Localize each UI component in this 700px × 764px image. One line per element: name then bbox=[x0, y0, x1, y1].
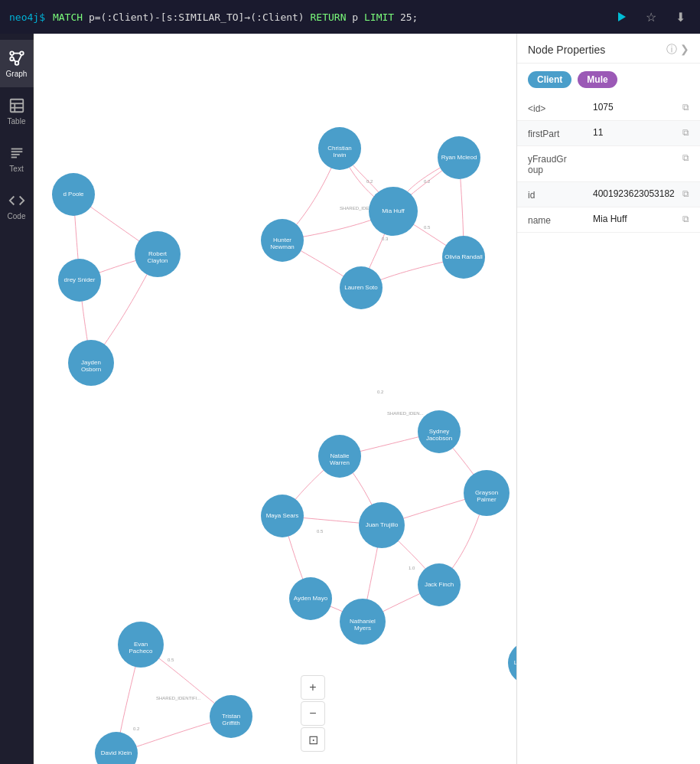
svg-point-20 bbox=[438, 136, 480, 179]
props-expand-icon[interactable]: ❯ bbox=[680, 43, 689, 57]
topbar: neo4j$ MATCH p=(:Client)-[s:SIMILAR_TO]→… bbox=[0, 0, 700, 34]
prop-row-firstpart: firstPart 11 ⧉ bbox=[517, 121, 700, 146]
sidebar-item-text[interactable]: Text bbox=[0, 135, 34, 182]
node-ryan-mcleod[interactable]: Ryan Mcleod bbox=[438, 136, 480, 179]
prop-key-numid: id bbox=[528, 188, 593, 201]
node-grayson-palmer[interactable]: Grayson Palmer bbox=[464, 470, 510, 516]
node-audrey-snider[interactable]: drey Snider bbox=[58, 259, 101, 302]
prop-val-firstpart: 11 bbox=[593, 127, 678, 138]
edge-label-12: 0.2 bbox=[133, 726, 140, 731]
copy-id-button[interactable]: ⧉ bbox=[682, 102, 689, 113]
sidebar-code-label: Code bbox=[8, 212, 26, 220]
edge-label-1: 0.2 bbox=[366, 179, 373, 184]
star-button[interactable]: ☆ bbox=[640, 6, 662, 28]
svg-point-17 bbox=[318, 127, 361, 170]
props-header: Node Properties ⓘ ❯ bbox=[517, 34, 700, 64]
prop-val-id: 1075 bbox=[593, 102, 678, 113]
svg-point-44 bbox=[318, 435, 361, 478]
svg-point-33 bbox=[135, 231, 181, 277]
node-tristan-griffith[interactable]: Tristan Griffith bbox=[210, 695, 252, 738]
svg-point-61 bbox=[118, 622, 164, 668]
edge-label-5: 0.5 bbox=[424, 225, 431, 230]
svg-point-67 bbox=[95, 732, 138, 764]
svg-point-38 bbox=[68, 340, 114, 386]
node-christian-irwin[interactable]: Christian Irwin bbox=[318, 127, 361, 170]
edge-label-7: SHARED_IDEN... bbox=[387, 411, 424, 416]
zoom-fit-button[interactable]: ⊡ bbox=[301, 727, 325, 752]
sidebar-item-graph[interactable]: Graph bbox=[0, 40, 34, 87]
svg-point-22 bbox=[369, 187, 418, 236]
prop-row-name: name Mia Huff ⧉ bbox=[517, 207, 700, 233]
prop-key-id: <id> bbox=[528, 102, 593, 114]
node-brad-poole[interactable]: d Poole bbox=[52, 173, 95, 216]
svg-marker-0 bbox=[618, 12, 626, 21]
zoom-in-button[interactable]: + bbox=[301, 675, 325, 700]
run-button[interactable] bbox=[611, 6, 633, 28]
node-jack-finch[interactable]: Jack Finch bbox=[418, 563, 461, 606]
main-content: Graph Table Text bbox=[0, 34, 700, 764]
node-olivia-randall[interactable]: Olivia Randall bbox=[442, 236, 485, 279]
query-pattern: p=(:Client)-[s:SIMILAR_TO]→(:Client) bbox=[89, 11, 311, 23]
prop-key-firstpart: firstPart bbox=[528, 127, 593, 139]
props-panel: Node Properties ⓘ ❯ Client Mule <id> 107… bbox=[516, 34, 700, 764]
node-lily-nichols[interactable]: Lily Nichols bbox=[508, 642, 516, 684]
zoom-controls: + − ⊡ bbox=[301, 675, 325, 752]
svg-point-52 bbox=[359, 502, 405, 548]
props-info-icon[interactable]: ⓘ bbox=[666, 43, 677, 57]
node-hunter-newman[interactable]: Hunter Newman bbox=[261, 219, 304, 262]
svg-point-2 bbox=[20, 51, 24, 55]
node-maya-sears[interactable]: Maya Sears bbox=[261, 495, 304, 537]
query-limit-val: 25; bbox=[400, 11, 418, 23]
query-text: MATCH p=(:Client)-[s:SIMILAR_TO]→(:Clien… bbox=[53, 11, 604, 23]
svg-rect-9 bbox=[10, 99, 23, 112]
node-nathaniel-myers[interactable]: Nathaniel Myers bbox=[340, 599, 386, 645]
prop-key-yfraudgroup: yFraudGroup bbox=[528, 152, 593, 175]
query-keyword-limit: LIMIT bbox=[364, 11, 400, 23]
copy-yfraudgroup-button[interactable]: ⧉ bbox=[682, 152, 689, 163]
edge-label-2: 0.2 bbox=[424, 179, 431, 184]
graph-svg: 0.2 0.2 SHARED_IDENT... 0.3 0.5 0.2 SHAR… bbox=[34, 34, 516, 764]
edge-label-8: 0.5 bbox=[317, 529, 324, 534]
sidebar-text-label: Text bbox=[9, 165, 23, 173]
sidebar-item-code[interactable]: Code bbox=[0, 182, 34, 230]
copy-name-button[interactable]: ⧉ bbox=[682, 214, 689, 224]
query-keyword-match: MATCH bbox=[53, 11, 89, 23]
query-keyword-return: RETURN bbox=[311, 11, 353, 23]
graph-nodes: Christian Irwin Ryan Mcleod Mia Huff bbox=[52, 127, 516, 764]
tag-mule[interactable]: Mule bbox=[578, 71, 617, 88]
sidebar-graph-label: Graph bbox=[6, 70, 28, 78]
prop-row-yfraudgroup: yFraudGroup ⧉ bbox=[517, 146, 700, 182]
download-button[interactable]: ⬇ bbox=[669, 6, 691, 28]
svg-line-8 bbox=[18, 54, 21, 61]
tag-client[interactable]: Client bbox=[528, 71, 571, 88]
copy-numid-button[interactable]: ⧉ bbox=[682, 188, 689, 199]
node-natalie-warren[interactable]: Natalie Warren bbox=[318, 435, 361, 478]
node-mia-huff[interactable]: Mia Huff bbox=[369, 187, 418, 236]
prop-row-numid: id 4001923623053182 ⧉ bbox=[517, 182, 700, 207]
node-evan-pacheco[interactable]: Evan Pacheco bbox=[118, 622, 164, 668]
prop-row-id: <id> 1075 ⧉ bbox=[517, 96, 700, 121]
node-sydney-jacobson[interactable]: Sydney Jacobson bbox=[418, 410, 461, 453]
node-juan-trujillo[interactable]: Juan Trujillo bbox=[359, 502, 405, 548]
node-lauren-soto[interactable]: Lauren Soto bbox=[340, 266, 383, 309]
prop-val-name: Mia Huff bbox=[593, 214, 678, 224]
svg-point-31 bbox=[52, 173, 95, 216]
svg-point-56 bbox=[289, 577, 332, 620]
edge-label-4: 0.3 bbox=[382, 237, 389, 241]
node-ayden-mayo[interactable]: Ayden Mayo bbox=[289, 577, 332, 620]
node-robert-clayton[interactable]: Robert Clayton bbox=[135, 231, 181, 277]
graph-canvas[interactable]: 0.2 0.2 SHARED_IDENT... 0.3 0.5 0.2 SHAR… bbox=[34, 34, 516, 764]
edge-label-6: 0.2 bbox=[377, 390, 384, 394]
svg-point-1 bbox=[10, 51, 14, 55]
svg-point-24 bbox=[261, 219, 304, 262]
sidebar-table-label: Table bbox=[8, 117, 26, 126]
sidebar: Graph Table Text bbox=[0, 34, 34, 764]
zoom-out-button[interactable]: − bbox=[301, 701, 325, 726]
sidebar-item-table[interactable]: Table bbox=[0, 87, 34, 135]
edge-label-11: SHARED_IDENTIFI... bbox=[156, 696, 201, 700]
props-header-icons: ⓘ ❯ bbox=[666, 43, 689, 57]
copy-firstpart-button[interactable]: ⧉ bbox=[682, 127, 689, 138]
svg-point-69 bbox=[508, 642, 516, 684]
node-jayden-osborn[interactable]: Jayden Osborn bbox=[68, 340, 114, 386]
node-david-klein[interactable]: David Klein bbox=[95, 732, 138, 764]
